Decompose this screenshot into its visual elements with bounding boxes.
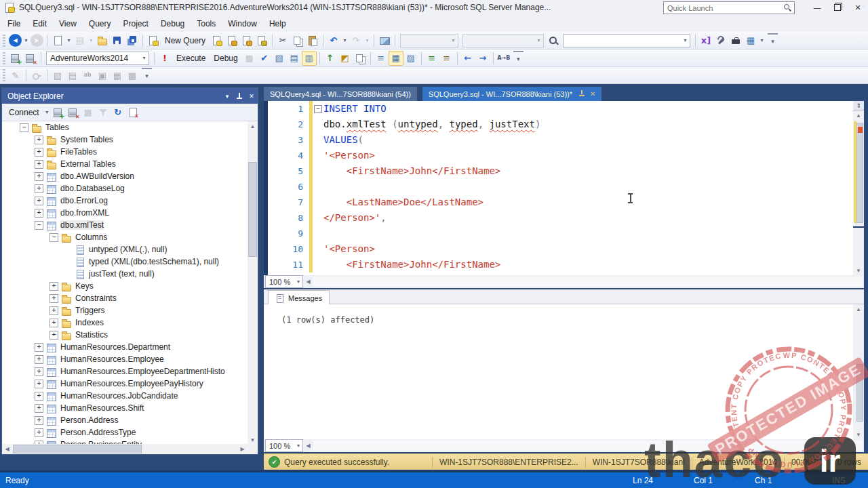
find-combo[interactable]: ▾ <box>563 34 690 47</box>
results-to-grid-icon[interactable]: ▦ <box>389 51 403 66</box>
chevron-down-icon[interactable]: ▾ <box>681 37 690 43</box>
save-icon[interactable] <box>110 33 125 48</box>
undo-icon[interactable]: ↶ <box>326 33 341 48</box>
scroll-thumb[interactable] <box>13 445 142 453</box>
tree-expander-icon[interactable]: + <box>35 209 43 218</box>
properties-window-icon[interactable] <box>713 33 728 48</box>
oe-filter-icon[interactable] <box>96 105 111 120</box>
editor-hscrollbar[interactable] <box>313 277 863 287</box>
manage-indexes-icon[interactable]: ▤ <box>65 68 80 83</box>
oe-stop-icon[interactable]: ■ <box>81 105 96 120</box>
tree-item-humanresources-department[interactable]: +HumanResources.Department <box>2 341 258 353</box>
tab-messages[interactable]: Messages <box>268 290 330 305</box>
tree-item-untyped-xml-null[interactable]: untyped (XML(.), null) <box>2 243 258 256</box>
tree-expander-icon[interactable]: + <box>35 160 43 169</box>
tree-item-humanresources-jobcandidate[interactable]: +HumanResources.JobCandidate <box>2 390 258 402</box>
menu-item-edit[interactable]: Edit <box>26 15 53 32</box>
comment-selection-icon[interactable]: ≡ <box>425 51 439 66</box>
include-actual-plan-icon[interactable]: ▧ <box>272 51 287 66</box>
activity-monitor-icon[interactable] <box>377 33 392 48</box>
tree-item-humanresources-employeepayhistory[interactable]: +HumanResources.EmployeePayHistory <box>2 378 258 390</box>
increase-indent-icon[interactable]: → <box>475 51 490 66</box>
tree-item-dbo-xmltest[interactable]: −dbo.xmlTest <box>2 219 258 231</box>
tree-item-filetables[interactable]: +FileTables <box>2 146 258 158</box>
tree-item-humanresources-employee[interactable]: +HumanResources.Employee <box>2 353 258 365</box>
tree-expander-icon[interactable]: + <box>35 404 43 413</box>
chevron-down-icon[interactable]: ▾ <box>140 55 149 61</box>
tree-expander-icon[interactable]: − <box>35 221 43 230</box>
database-engine-query-icon[interactable] <box>210 33 224 48</box>
tree-item-statistics[interactable]: +Statistics <box>2 329 258 341</box>
analysis-dmx-query-icon[interactable] <box>239 33 254 48</box>
document-tab-1[interactable]: SQLQuery4.sql - WI...7SOR888\kiani (54)) <box>264 87 417 101</box>
tree-item-constraints[interactable]: +Constraints <box>2 292 258 304</box>
sql-editor-toolbar-overflow[interactable]: ▾ <box>513 51 524 66</box>
tree-expander-icon[interactable]: − <box>50 233 58 242</box>
redo-dropdown[interactable]: ▾ <box>363 34 371 47</box>
navigate-backward-icon[interactable]: ◀ <box>9 34 22 47</box>
menu-item-debug[interactable]: Debug <box>155 15 191 32</box>
tree-expander-icon[interactable]: + <box>35 172 43 181</box>
scroll-thumb[interactable] <box>856 364 863 422</box>
analysis-mdx-query-icon[interactable] <box>224 33 239 48</box>
oe-scripts-icon[interactable] <box>125 105 140 120</box>
new-query-icon[interactable] <box>146 33 161 48</box>
tree-item-dbo-errorlog[interactable]: +dbo.ErrorLog <box>2 195 258 207</box>
redo-icon[interactable]: ↷ <box>349 33 363 48</box>
tree-expander-icon[interactable]: + <box>35 416 43 425</box>
scroll-left-icon[interactable]: ◀ <box>303 440 313 451</box>
menu-item-help[interactable]: Help <box>263 15 292 32</box>
save-all-icon[interactable] <box>125 33 140 48</box>
cut-icon[interactable]: ✂ <box>275 33 290 48</box>
parse-icon[interactable]: ✔ <box>257 51 272 66</box>
tree-item-person-addresstype[interactable]: +Person.AddressType <box>2 426 258 439</box>
scroll-up-icon[interactable]: ▲ <box>248 121 258 131</box>
editor-zoom-combo[interactable]: 100 % ▾ <box>265 275 303 288</box>
tree-expander-icon[interactable]: + <box>35 428 43 437</box>
registered-servers-combo[interactable]: ▾ <box>400 34 458 47</box>
editor-vscrollbar[interactable]: ⇕ ▲ ▼ <box>853 101 864 275</box>
manage-xml-indexes-icon[interactable]: ▣ <box>95 68 110 83</box>
tree-item-person-address[interactable]: +Person.Address <box>2 414 258 426</box>
oe-refresh-icon[interactable]: ↻ <box>111 105 125 120</box>
results-to-text-icon[interactable]: ≡ <box>374 51 389 66</box>
tab-close-icon[interactable]: ✕ <box>590 90 595 98</box>
tree-expander-icon[interactable]: + <box>50 319 58 327</box>
find-icon[interactable] <box>546 33 561 48</box>
chevron-down-icon[interactable]: ▾ <box>449 37 458 43</box>
sql-editor-toolbar-grip[interactable] <box>3 52 5 64</box>
toolbox-icon[interactable] <box>728 33 743 48</box>
restore-button[interactable] <box>827 0 848 15</box>
tree-item-dbo-databaselog[interactable]: +dbo.DatabaseLog <box>2 182 258 195</box>
manage-check-constraints-icon[interactable]: ▦ <box>110 68 125 83</box>
table-designer-toolbar-overflow[interactable]: ▾ <box>142 68 152 83</box>
xml-editor-icon[interactable]: x] <box>698 33 713 48</box>
collapse-region-icon[interactable]: − <box>314 105 322 113</box>
tree-expander-icon[interactable]: + <box>35 392 43 401</box>
tree-item-system-tables[interactable]: +System Tables <box>2 134 258 146</box>
tree-item-triggers[interactable]: +Triggers <box>2 304 258 317</box>
copy-icon[interactable] <box>290 33 305 48</box>
tree-expander-icon[interactable]: + <box>35 148 43 157</box>
tree-item-humanresources-employeedepartmenthisto[interactable]: +HumanResources.EmployeeDepartmentHisto <box>2 365 258 378</box>
connect-button[interactable]: Connect <box>5 105 43 120</box>
execute-button[interactable]: Execute <box>172 51 210 66</box>
tree-expander-icon[interactable]: + <box>35 184 43 193</box>
menu-item-query[interactable]: Query <box>83 15 117 32</box>
relationships-icon[interactable]: ▧ <box>50 68 65 83</box>
connect-object-explorer-icon[interactable] <box>51 105 66 120</box>
set-primary-key-icon[interactable] <box>29 68 44 83</box>
scroll-up-icon[interactable]: ▲ <box>853 110 864 120</box>
tree-item-justtext-text-null[interactable]: justText (text, null) <box>2 268 258 280</box>
scroll-left-icon[interactable]: ◀ <box>2 444 12 454</box>
object-explorer-header[interactable]: Object Explorer ▾ ✕ <box>2 88 258 104</box>
menu-item-view[interactable]: View <box>53 15 83 32</box>
standard-toolbar-grip[interactable] <box>3 35 5 47</box>
tree-item-tables[interactable]: −Tables <box>2 121 258 134</box>
splitter-handle-icon[interactable]: ⇕ <box>853 101 864 110</box>
tree-vscrollbar[interactable]: ▲ ▼ <box>248 121 258 445</box>
tree-item-dbo-awbuildversion[interactable]: +dbo.AWBuildVersion <box>2 170 258 182</box>
available-databases-combo[interactable]: AdventureWorks2014▾ <box>46 52 149 65</box>
web-browser-dropdown[interactable]: ▾ <box>758 34 766 47</box>
add-item-icon[interactable]: ▤ <box>73 33 87 48</box>
